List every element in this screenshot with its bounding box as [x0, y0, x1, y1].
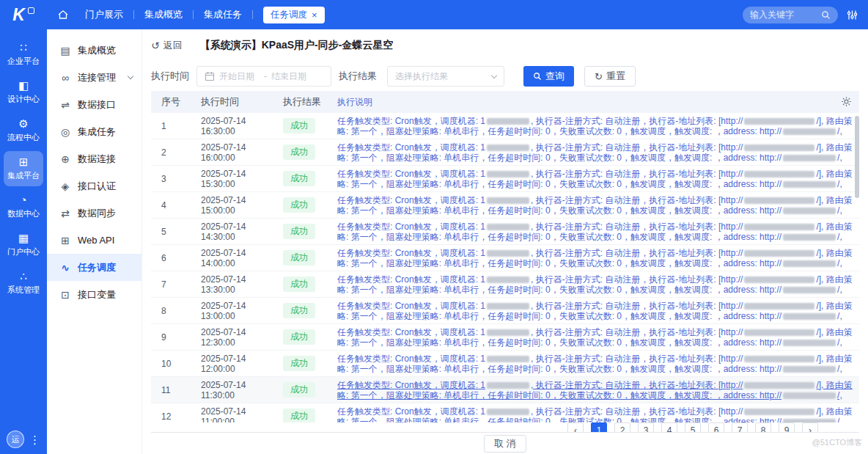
page-button[interactable]: 4 [661, 422, 677, 432]
cell-exec-time: 2025-07-14 11:00:00 [195, 406, 277, 423]
user-avatar[interactable]: 运 [7, 431, 24, 448]
nav-item-portal-display[interactable]: 门户展示 [85, 8, 123, 21]
rail-item-system-management[interactable]: ∴系统管理 [4, 266, 43, 301]
nav-item-integration-overview[interactable]: 集成概览 [144, 8, 183, 21]
sidebar-item-label: 集成任务 [78, 125, 116, 139]
start-date-input[interactable] [219, 71, 260, 81]
redacted-blur [783, 313, 836, 320]
process-center-icon: ⚙ [18, 118, 28, 130]
redacted-blur [487, 250, 529, 257]
page-next-button[interactable]: › [802, 422, 818, 432]
page-button[interactable]: 1 [591, 422, 607, 432]
table-row[interactable]: 62025-07-14 14:00:00成功任务触发类型: Cron触发，调度机… [151, 245, 859, 271]
description-text: 任务触发类型: Cron触发，调度机器: 1 [337, 406, 485, 417]
redacted-blur [744, 382, 814, 389]
rail-item-portal-center[interactable]: ▦门户中心 [4, 227, 43, 263]
table-row[interactable]: 122025-07-14 11:00:00成功任务触发类型: Cron触发，调度… [151, 403, 859, 422]
nav-item-task-scheduling[interactable]: 任务调度× [263, 7, 325, 23]
sidebar-item-integration-task[interactable]: ◎集成任务 [47, 118, 141, 145]
page-button[interactable]: 2 [614, 422, 630, 432]
date-range-picker[interactable]: - [196, 66, 331, 87]
sidebar-item-data-connection[interactable]: ⊕数据连接 [47, 145, 141, 172]
page-prev-button[interactable]: ‹ [567, 422, 584, 432]
slider-settings-icon[interactable] [847, 10, 858, 21]
redacted-blur [487, 329, 529, 336]
table-row[interactable]: 102025-07-14 12:00:00成功任务触发类型: Cron触发，调度… [151, 351, 859, 377]
rail-item-data-center[interactable]: ◔数据中心 [4, 189, 43, 224]
description-text: , 执行器-注册方式: 自动注册，执行器-地址列表: [http:// [531, 406, 743, 417]
nav-item-integration-tasks[interactable]: 集成任务 [204, 8, 242, 21]
end-date-input[interactable] [271, 71, 312, 81]
page-button[interactable]: 5 [685, 422, 701, 432]
table-body: 12025-07-14 16:30:00成功任务触发类型: Cron触发，调度机… [151, 113, 859, 422]
result-select-placeholder: 选择执行结果 [395, 70, 448, 83]
page-button[interactable]: 7 [732, 422, 748, 432]
api-variable-icon: ⊡ [59, 289, 71, 301]
cell-exec-result: 成功 [277, 356, 331, 371]
sidebar-item-label: 数据接口 [78, 98, 116, 111]
rail-item-enterprise-platform[interactable]: ∷企业平台 [4, 37, 43, 72]
sidebar-item-api-variable[interactable]: ⊡接口变量 [47, 281, 141, 308]
table-row[interactable]: 92025-07-14 12:30:00成功任务触发类型: Cron触发，调度机… [151, 324, 859, 351]
rail-item-integration-platform[interactable]: ⊞集成平台 [4, 151, 43, 186]
table-row[interactable]: 52025-07-14 14:30:00成功任务触发类型: Cron触发，调度机… [151, 219, 859, 245]
description-text: , 执行器-注册方式: 自动注册，执行器-地址列表: [http:// [531, 142, 743, 153]
sidebar-item-data-sync[interactable]: ⇄数据同步 [47, 199, 141, 227]
cell-exec-result: 成功 [277, 277, 331, 292]
nav-separator [252, 10, 253, 19]
right-column: 门户展示集成概览集成任务任务调度× ▤集成概览∞连接管理⇌数据接口◎集成任务⊕数… [47, 0, 868, 454]
sidebar-item-connection-management[interactable]: ∞连接管理 [47, 64, 141, 91]
more-options-icon[interactable]: ⋮ [29, 434, 40, 445]
status-badge: 成功 [283, 356, 315, 371]
cell-exec-time: 2025-07-14 13:30:00 [195, 274, 277, 295]
cancel-button[interactable]: 取 消 [484, 435, 526, 453]
close-tab-icon[interactable]: × [312, 10, 317, 20]
page-button[interactable]: 9 [779, 422, 795, 432]
vertical-scrollbar[interactable] [855, 116, 859, 198]
table-row[interactable]: 82025-07-14 13:00:00成功任务触发类型: Cron触发，调度机… [151, 298, 859, 324]
back-button[interactable]: ↺ 返回 [151, 39, 183, 52]
sidebar-item-web-api[interactable]: ⊞Web API [47, 227, 141, 254]
cell-exec-description: 任务触发类型: Cron触发，调度机器: 1, 执行器-注册方式: 自动注册，执… [331, 274, 859, 295]
column-header: 执行结果 [277, 95, 331, 109]
search-input[interactable] [750, 10, 817, 20]
column-settings-gear-icon[interactable] [841, 96, 852, 109]
sidebar-item-task-schedule[interactable]: ∿任务调度 [47, 254, 141, 281]
rail-item-process-center[interactable]: ⚙流程中心 [4, 113, 43, 148]
primary-rail: K ∷企业平台◧设计中心⚙流程中心⊞集成平台◔数据中心▦门户中心∴系统管理 运 … [0, 0, 47, 454]
sidebar-item-integration-overview[interactable]: ▤集成概览 [47, 37, 141, 64]
sidebar-item-api-auth[interactable]: ◈接口认证 [47, 172, 141, 199]
description-text: , 执行器-注册方式: 自动注册，执行器-地址列表: [http:// [531, 221, 743, 232]
home-icon[interactable] [57, 9, 69, 21]
description-text: , 执行器-注册方式: 自动注册，执行器-地址列表: [http:// [531, 380, 743, 390]
result-select[interactable]: 选择执行结果 [387, 66, 504, 87]
redacted-blur [783, 392, 836, 399]
cell-exec-result: 成功 [277, 303, 331, 318]
table-row[interactable]: 112025-07-14 11:30:00成功任务触发类型: Cron触发，调度… [151, 377, 859, 403]
cell-exec-description: 任务触发类型: Cron触发，调度机器: 1, 执行器-注册方式: 自动注册，执… [331, 142, 859, 163]
table-row[interactable]: 72025-07-14 13:30:00成功任务触发类型: Cron触发，调度机… [151, 271, 859, 298]
rail-items: ∷企业平台◧设计中心⚙流程中心⊞集成平台◔数据中心▦门户中心∴系统管理 [0, 34, 47, 304]
cell-exec-time: 2025-07-14 16:30:00 [195, 116, 277, 136]
description-text: 任务触发类型: Cron触发，调度机器: 1 [337, 248, 485, 258]
rail-item-design-center[interactable]: ◧设计中心 [4, 75, 43, 110]
table-row[interactable]: 22025-07-14 16:00:00成功任务触发类型: Cron触发，调度机… [151, 139, 859, 166]
nav-item-label: 集成概览 [144, 8, 183, 21]
redacted-blur [487, 382, 529, 389]
chevron-down-icon [128, 73, 133, 79]
table-row[interactable]: 42025-07-14 15:00:00成功任务触发类型: Cron触发，调度机… [151, 192, 859, 219]
sidebar-item-label: 接口变量 [78, 288, 116, 301]
sidebar-item-data-interface[interactable]: ⇌数据接口 [47, 91, 141, 118]
table-row[interactable]: 12025-07-14 16:30:00成功任务触发类型: Cron触发，调度机… [151, 113, 859, 139]
page-button[interactable]: 6 [708, 422, 724, 432]
description-text: 任务触发类型: Cron触发，调度机器: 1 [337, 301, 485, 311]
sidebar-item-label: 任务调度 [78, 261, 116, 274]
query-button[interactable]: 查询 [523, 66, 574, 87]
page-button[interactable]: 8 [755, 422, 771, 432]
redacted-blur [783, 419, 836, 422]
column-header: 执行说明 [331, 97, 859, 107]
cell-exec-result: 成功 [277, 224, 331, 239]
table-row[interactable]: 32025-07-14 15:30:00成功任务触发类型: Cron触发，调度机… [151, 166, 859, 192]
page-button[interactable]: 3 [638, 422, 654, 432]
reset-button[interactable]: ↻ 重置 [584, 66, 636, 87]
